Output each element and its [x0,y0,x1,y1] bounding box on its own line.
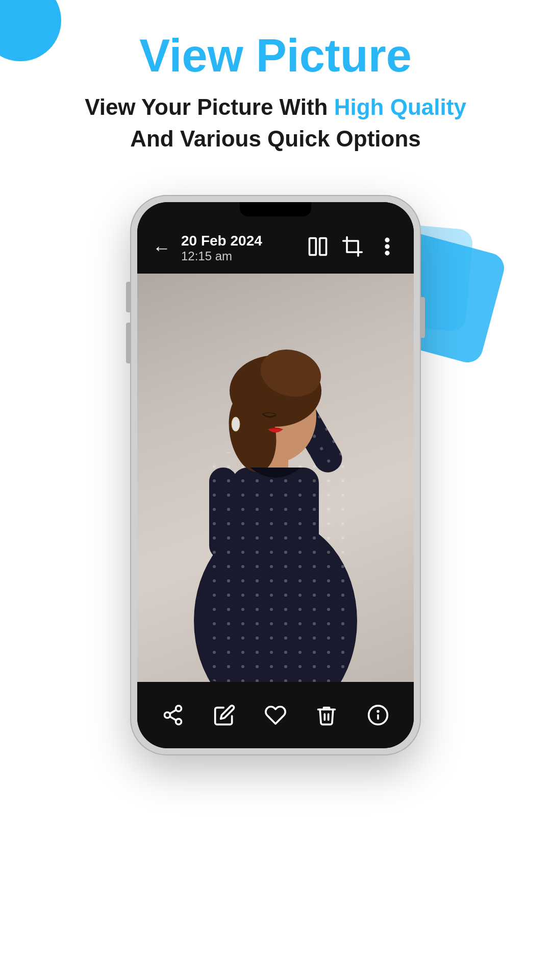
phone-container: ← 20 Feb 2024 12:15 am [0,195,551,755]
volume-up-button [126,282,130,312]
subtitle-after: And Various Quick Options [130,126,421,151]
more-options-icon[interactable] [376,235,398,261]
svg-rect-1 [320,238,327,255]
header-section: View Picture View Your Picture With High… [0,0,551,164]
photo-date: 20 Feb 2024 [181,233,262,249]
phone-bottombar [137,682,414,748]
topbar-right [307,235,398,261]
crop-icon[interactable] [341,235,364,261]
favorite-button[interactable] [258,697,293,733]
back-button[interactable]: ← [153,237,171,259]
photo-content [179,274,372,682]
svg-rect-0 [310,238,316,255]
date-info: 20 Feb 2024 12:15 am [181,233,262,263]
power-button [421,297,425,338]
compare-icon[interactable] [307,235,329,261]
volume-down-button [126,323,130,363]
svg-point-2 [386,238,389,241]
photo-time: 12:15 am [181,249,262,263]
share-button[interactable] [155,697,191,733]
subtitle-highlight: High Quality [334,94,466,119]
subtitle-text: View Your Picture With High Quality And … [0,91,551,154]
page-title: View Picture [0,31,551,81]
delete-button[interactable] [309,697,344,733]
topbar-left: ← 20 Feb 2024 12:15 am [153,233,262,263]
phone-notch [240,202,311,216]
svg-point-4 [386,252,389,255]
info-button[interactable] [360,697,396,733]
photo-display[interactable] [137,274,414,682]
svg-rect-12 [209,468,237,559]
svg-point-18 [232,417,240,431]
phone-screen: ← 20 Feb 2024 12:15 am [137,202,414,748]
phone-mockup: ← 20 Feb 2024 12:15 am [130,195,421,755]
edit-button[interactable] [207,697,242,733]
subtitle-before: View Your Picture With [85,94,334,119]
svg-line-23 [170,710,177,714]
svg-point-3 [386,245,389,248]
svg-line-22 [170,717,177,720]
